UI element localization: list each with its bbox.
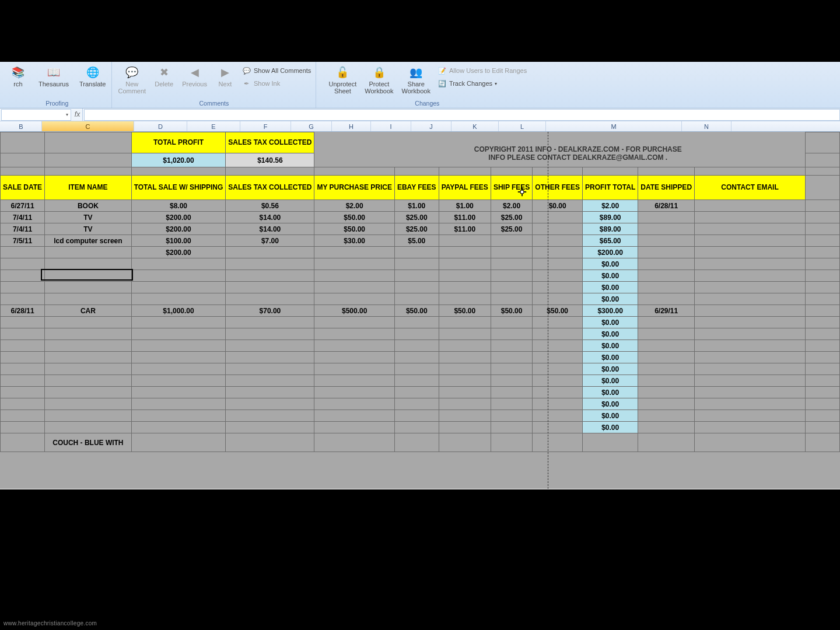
table-cell[interactable] — [439, 247, 491, 258]
table-cell[interactable]: $11.00 — [439, 212, 491, 223]
table-cell[interactable]: TV — [45, 223, 132, 235]
column-headers[interactable]: BCDEFGHIJKLMN — [0, 121, 840, 132]
table-cell[interactable] — [1, 375, 45, 387]
table-cell[interactable]: $2.00 — [583, 200, 638, 212]
column-header-K[interactable]: K — [452, 121, 499, 131]
table-cell[interactable]: $0.00 — [583, 328, 638, 340]
ribbon-protect-workbook-button[interactable]: 🔒 Protect Workbook — [362, 64, 396, 96]
table-cell[interactable] — [131, 328, 226, 340]
cell[interactable] — [806, 317, 840, 328]
table-cell[interactable] — [695, 433, 806, 452]
header-ship-fees[interactable]: SHIP FEES — [491, 176, 532, 200]
table-cell[interactable] — [533, 212, 583, 223]
table-cell[interactable]: $14.00 — [226, 223, 314, 235]
ribbon-show-ink[interactable]: ✒ Show Ink — [241, 78, 312, 89]
table-cell[interactable] — [491, 422, 532, 433]
table-cell[interactable] — [439, 363, 491, 375]
table-cell[interactable] — [533, 282, 583, 293]
table-cell[interactable] — [226, 328, 314, 340]
table-cell[interactable]: $50.00 — [314, 212, 394, 223]
cell[interactable] — [806, 387, 840, 398]
column-header-F[interactable]: F — [240, 121, 291, 131]
total-profit-label[interactable]: TOTAL PROFIT — [131, 132, 226, 153]
table-cell[interactable] — [131, 433, 226, 452]
table-cell[interactable] — [45, 375, 132, 387]
table-cell[interactable] — [131, 422, 226, 433]
table-cell[interactable]: $0.56 — [226, 200, 314, 212]
table-cell[interactable] — [439, 293, 491, 305]
table-cell[interactable] — [314, 293, 394, 305]
table-cell[interactable] — [1, 328, 45, 340]
table-cell[interactable]: $2.00 — [491, 200, 532, 212]
table-cell[interactable]: 6/27/11 — [1, 200, 45, 212]
cell[interactable] — [806, 258, 840, 270]
table-cell[interactable] — [439, 235, 491, 247]
table-cell[interactable]: $0.00 — [583, 410, 638, 422]
table-cell[interactable] — [638, 387, 695, 398]
table-cell[interactable] — [491, 387, 532, 398]
table-cell[interactable] — [695, 363, 806, 375]
sales-tax-label[interactable]: SALES TAX COLLECTED — [226, 132, 314, 153]
cell[interactable] — [314, 167, 394, 176]
table-cell[interactable] — [394, 422, 439, 433]
table-cell[interactable] — [394, 293, 439, 305]
table-cell[interactable]: $1,000.00 — [131, 305, 226, 317]
table-cell[interactable]: $0.00 — [583, 282, 638, 293]
cell[interactable] — [806, 282, 840, 293]
table-cell[interactable] — [695, 387, 806, 398]
table-cell[interactable] — [394, 352, 439, 363]
table-cell[interactable]: TV — [45, 212, 132, 223]
table-cell[interactable] — [439, 387, 491, 398]
cell[interactable] — [45, 132, 132, 153]
table-cell[interactable] — [439, 340, 491, 352]
table-cell[interactable] — [638, 328, 695, 340]
table-cell[interactable] — [439, 317, 491, 328]
table-cell[interactable]: $14.00 — [226, 212, 314, 223]
table-cell[interactable]: $0.00 — [583, 398, 638, 410]
table-cell[interactable] — [439, 258, 491, 270]
table-cell[interactable] — [1, 282, 45, 293]
table-cell[interactable] — [226, 375, 314, 387]
table-cell[interactable] — [695, 375, 806, 387]
cell[interactable] — [533, 167, 583, 176]
table-cell[interactable] — [394, 375, 439, 387]
table-cell[interactable] — [1, 352, 45, 363]
table-cell[interactable] — [695, 258, 806, 270]
table-cell[interactable]: $0.00 — [533, 200, 583, 212]
table-cell[interactable] — [533, 270, 583, 282]
table-cell[interactable] — [45, 422, 132, 433]
header-contact-email[interactable]: CONTACT EMAIL — [695, 176, 806, 200]
cell[interactable] — [45, 153, 132, 167]
table-cell[interactable] — [314, 270, 394, 282]
table-cell[interactable] — [533, 387, 583, 398]
table-cell[interactable]: 6/28/11 — [638, 200, 695, 212]
table-cell[interactable]: $25.00 — [491, 223, 532, 235]
table-cell[interactable]: $300.00 — [583, 305, 638, 317]
cell[interactable] — [695, 167, 806, 176]
table-cell[interactable] — [439, 270, 491, 282]
table-cell[interactable] — [533, 352, 583, 363]
cell[interactable] — [806, 212, 840, 223]
column-header-L[interactable]: L — [499, 121, 546, 131]
table-cell[interactable] — [394, 387, 439, 398]
table-cell[interactable] — [226, 258, 314, 270]
column-header-B[interactable]: B — [1, 121, 42, 131]
table-cell[interactable]: 6/28/11 — [1, 305, 45, 317]
table-cell[interactable]: $30.00 — [314, 235, 394, 247]
table-cell[interactable] — [439, 410, 491, 422]
table-cell[interactable] — [1, 258, 45, 270]
table-cell[interactable] — [131, 398, 226, 410]
table-cell[interactable]: $50.00 — [314, 223, 394, 235]
table-cell[interactable] — [45, 398, 132, 410]
ribbon-previous-comment-button[interactable]: ◀ Previous — [180, 64, 209, 89]
cell[interactable] — [806, 352, 840, 363]
cell[interactable] — [806, 422, 840, 433]
table-cell[interactable]: $89.00 — [583, 212, 638, 223]
table-cell[interactable] — [226, 352, 314, 363]
table-cell[interactable] — [695, 223, 806, 235]
table-cell[interactable] — [314, 258, 394, 270]
table-cell[interactable] — [394, 282, 439, 293]
table-cell[interactable] — [695, 212, 806, 223]
table-cell[interactable] — [394, 363, 439, 375]
table-cell[interactable] — [533, 340, 583, 352]
